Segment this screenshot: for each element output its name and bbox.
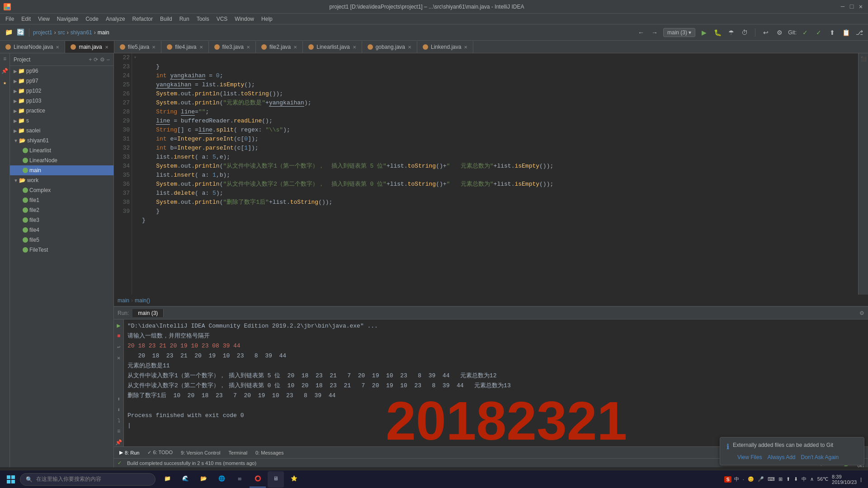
taskbar-app-6[interactable]: ⭐ [286,471,302,488]
sidebar-settings-icon[interactable]: ⚙ [100,56,105,63]
close-button[interactable]: ✕ [857,3,864,10]
menu-tools[interactable]: Tools [193,15,213,23]
tab-file5[interactable]: file5.java ✕ [114,41,161,53]
run-tab-main3[interactable]: main (3) [132,309,164,317]
tree-item-file4[interactable]: file4 [10,225,113,235]
breadcrumb-main[interactable]: main [118,297,129,304]
taskbar-app-1[interactable]: 📁 [159,471,175,488]
tree-item-shiyan61[interactable]: ▼ 📂 shiyan61 [10,136,113,145]
git-history[interactable]: 📋 [841,28,851,38]
right-icon-1[interactable]: ⬛ [859,55,868,63]
tray-show-desktop[interactable]: | [859,477,863,482]
tray-dot-1[interactable]: · [742,477,745,482]
tab-close-linearnode[interactable]: ✕ [56,45,59,50]
tray-upload-icon[interactable]: ⬆ [785,476,791,482]
tree-item-s[interactable]: ▶ 📁 s [10,116,113,126]
tray-temp[interactable]: 56℃ [816,476,829,482]
git-update[interactable]: ✓ [800,28,810,38]
taskbar-app-5[interactable]: 🖥 [268,471,284,488]
maximize-button[interactable]: □ [848,3,855,10]
notif-view-files[interactable]: View Files [737,454,762,460]
tab-close-main[interactable]: ✕ [105,45,108,50]
tree-item-filetest[interactable]: FileTest [10,245,113,255]
run-scroll-btn[interactable]: ⬇ [115,406,123,414]
tree-item-saolei[interactable]: ▶ 📁 saolei [10,126,113,136]
sidebar-sync-icon[interactable]: ⟳ [94,56,98,63]
left-icon-2[interactable]: 📌 [1,67,9,75]
run-wrap-btn[interactable]: ⤵ [115,417,123,425]
tree-item-pp97[interactable]: ▶ 📁 pp97 [10,76,113,86]
profile-button[interactable]: ⏱ [740,28,750,38]
taskbar-app-mail[interactable]: ✉ [231,471,248,488]
tree-item-pp103[interactable]: ▶ 📁 pp103 [10,96,113,106]
tray-kbd-icon[interactable]: ⌨ [767,476,776,482]
back-button[interactable]: ← [636,28,646,38]
tree-item-file1[interactable]: file1 [10,195,113,205]
notif-always-add[interactable]: Always Add [767,454,795,460]
bt-messages[interactable]: 0: Messages [252,449,287,456]
breadcrumb-main-method[interactable]: main() [135,297,150,304]
menu-build[interactable]: Build [156,15,176,23]
bt-vcs[interactable]: 9: Version Control [177,449,224,456]
breadcrumb-package[interactable]: shiyan61 [71,29,92,36]
run-config-selector[interactable]: main (3) ▾ [663,28,695,37]
tab-close-file4[interactable]: ✕ [199,45,203,50]
notif-dont-ask[interactable]: Don't Ask Again [801,454,839,460]
run-rerun-btn[interactable]: ↩ [115,343,123,351]
project-structure-button[interactable]: 📁 [4,28,14,38]
menu-code[interactable]: Code [82,15,102,23]
tray-mic-icon[interactable]: 🎤 [757,476,765,482]
git-commit[interactable]: ✓ [814,28,824,38]
tab-close-file5[interactable]: ✕ [152,45,156,50]
menu-vcs[interactable]: VCS [213,15,231,23]
coverage-button[interactable]: ☂ [726,28,736,38]
menu-view[interactable]: View [34,15,53,23]
tree-item-work[interactable]: ▼ 📂 work [10,175,113,185]
tree-item-file5[interactable]: file5 [10,235,113,245]
taskbar-app-ie[interactable]: 🌐 [213,471,230,488]
taskbar-app-3[interactable]: 📂 [195,471,212,488]
tab-linkend[interactable]: Linkend.java ✕ [417,41,473,53]
breadcrumb-src[interactable]: src [58,29,65,36]
tab-file2[interactable]: file2.java ✕ [256,41,303,53]
tray-down-icon[interactable]: ⬇ [793,476,799,482]
menu-refactor[interactable]: Refactor [129,15,156,23]
forward-button[interactable]: → [650,28,660,38]
tab-file3[interactable]: file3.java ✕ [209,41,256,53]
tray-emoji-icon[interactable]: 😊 [747,476,755,482]
git-push[interactable]: ⬆ [827,28,837,38]
tab-file4[interactable]: file4.java ✕ [161,41,208,53]
debug-button[interactable]: 🐛 [712,28,722,38]
left-icon-fav[interactable]: ★ [1,79,9,87]
tray-chevron[interactable]: ∧ [809,476,815,482]
tray-lang-icon[interactable]: 中 [733,476,740,483]
tree-item-file2[interactable]: file2 [10,205,113,215]
taskbar-app-2[interactable]: 🌊 [177,471,193,488]
code-editor[interactable]: } int yangkaihan = 0; yangkaihan = list.… [138,53,858,295]
tree-item-pp102[interactable]: ▶ 📁 pp102 [10,86,113,96]
tray-apps-icon[interactable]: ⊞ [778,476,783,482]
tab-close-file3[interactable]: ✕ [246,45,250,50]
run-close-btn[interactable]: ✕ [115,354,123,362]
menu-file[interactable]: File [2,15,18,23]
run-pin-btn[interactable]: 📌 [115,438,123,446]
rerun-button[interactable]: ↩ [761,28,771,38]
sidebar-close-icon[interactable]: – [107,56,110,63]
sync-button[interactable]: 🔄 [15,28,25,38]
tray-lang2[interactable]: 中 [801,476,807,483]
settings-button[interactable]: ⚙ [774,28,784,38]
tree-item-pp96[interactable]: ▶ 📁 pp96 [10,66,113,76]
taskbar-search-bar[interactable]: 🔍 在这里输入你要搜索的内容 [20,473,156,486]
tab-close-linkend[interactable]: ✕ [464,45,467,50]
minimize-button[interactable]: ─ [839,3,846,10]
bt-run[interactable]: ▶ 8: Run [116,449,143,456]
run-play-btn[interactable]: ▶ [115,321,123,329]
tree-item-linearlist[interactable]: Linearlist [10,145,113,155]
run-settings-icon[interactable]: ⚙ [859,310,864,316]
run-button[interactable]: ▶ [699,28,709,38]
menu-window[interactable]: Window [231,15,258,23]
tab-close-linearlist[interactable]: ✕ [353,45,356,50]
menu-analyze[interactable]: Analyze [102,15,129,23]
tree-item-practice[interactable]: ▶ 📁 practice [10,106,113,116]
sidebar-add-icon[interactable]: + [89,56,92,63]
